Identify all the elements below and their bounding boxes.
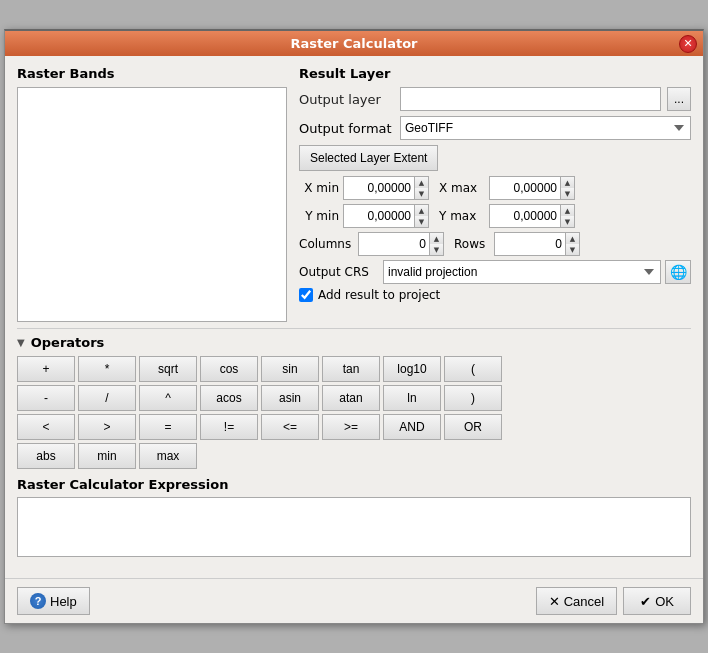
result-layer-title: Result Layer: [299, 66, 691, 81]
op-atan[interactable]: atan: [322, 385, 380, 411]
colrows-row: Columns 0 ▲ ▼ Rows 0 ▲ ▼: [299, 232, 691, 256]
op-acos[interactable]: acos: [200, 385, 258, 411]
main-window: Raster Calculator ✕ Raster Bands Result …: [4, 29, 704, 624]
rows-up[interactable]: ▲: [566, 233, 579, 244]
ymin-label: Y min: [299, 209, 339, 223]
op-plus[interactable]: +: [17, 356, 75, 382]
op-or[interactable]: OR: [444, 414, 502, 440]
rows-input[interactable]: 0: [495, 233, 565, 255]
ymax-spinbox[interactable]: 0,00000 ▲ ▼: [489, 204, 575, 228]
close-button[interactable]: ✕: [679, 35, 697, 53]
expression-textarea[interactable]: [17, 497, 691, 557]
op-sin[interactable]: sin: [261, 356, 319, 382]
op-cos[interactable]: cos: [200, 356, 258, 382]
op-abs[interactable]: abs: [17, 443, 75, 469]
op-minus[interactable]: -: [17, 385, 75, 411]
operators-section: ▼ Operators + * sqrt cos sin tan log10 (…: [17, 335, 691, 469]
op-row-4: abs min max: [17, 443, 691, 469]
browse-button[interactable]: ...: [667, 87, 691, 111]
columns-spinbox[interactable]: 0 ▲ ▼: [358, 232, 444, 256]
op-less[interactable]: <: [17, 414, 75, 440]
output-layer-input[interactable]: [400, 87, 661, 111]
ok-label: OK: [655, 594, 674, 609]
op-asin[interactable]: asin: [261, 385, 319, 411]
add-result-checkbox[interactable]: [299, 288, 313, 302]
titlebar: Raster Calculator ✕: [5, 31, 703, 56]
divider-1: [17, 328, 691, 329]
add-result-label[interactable]: Add result to project: [318, 288, 440, 302]
ymin-down[interactable]: ▼: [415, 216, 428, 227]
xmin-down[interactable]: ▼: [415, 188, 428, 199]
op-log10[interactable]: log10: [383, 356, 441, 382]
ymax-label: Y max: [439, 209, 485, 223]
output-crs-select[interactable]: invalid projection: [383, 260, 661, 284]
op-row-2: - / ^ acos asin atan ln ): [17, 385, 691, 411]
xmax-arrows: ▲ ▼: [560, 177, 574, 199]
rows-arrows: ▲ ▼: [565, 233, 579, 255]
cancel-button[interactable]: ✕ Cancel: [536, 587, 617, 615]
xmin-label: X min: [299, 181, 339, 195]
columns-up[interactable]: ▲: [430, 233, 443, 244]
xmax-down[interactable]: ▼: [561, 188, 574, 199]
xmax-spinbox[interactable]: 0,00000 ▲ ▼: [489, 176, 575, 200]
expression-title: Raster Calculator Expression: [17, 477, 691, 492]
operators-title: Operators: [31, 335, 105, 350]
top-section: Raster Bands Result Layer Output layer .…: [17, 66, 691, 322]
help-button[interactable]: ? Help: [17, 587, 90, 615]
op-power[interactable]: ^: [139, 385, 197, 411]
op-tan[interactable]: tan: [322, 356, 380, 382]
ymin-spinbox[interactable]: 0,00000 ▲ ▼: [343, 204, 429, 228]
rows-spinbox[interactable]: 0 ▲ ▼: [494, 232, 580, 256]
ymin-up[interactable]: ▲: [415, 205, 428, 216]
crs-globe-button[interactable]: 🌐: [665, 260, 691, 284]
ymax-up[interactable]: ▲: [561, 205, 574, 216]
op-greater[interactable]: >: [78, 414, 136, 440]
columns-label: Columns: [299, 237, 354, 251]
globe-icon: 🌐: [670, 264, 687, 280]
xmin-spinbox[interactable]: 0,00000 ▲ ▼: [343, 176, 429, 200]
help-label: Help: [50, 594, 77, 609]
op-sqrt[interactable]: sqrt: [139, 356, 197, 382]
op-min[interactable]: min: [78, 443, 136, 469]
columns-down[interactable]: ▼: [430, 244, 443, 255]
xmin-up[interactable]: ▲: [415, 177, 428, 188]
op-leq[interactable]: <=: [261, 414, 319, 440]
xmax-up[interactable]: ▲: [561, 177, 574, 188]
expression-section: Raster Calculator Expression: [17, 477, 691, 560]
output-format-select[interactable]: GeoTIFF: [400, 116, 691, 140]
columns-input[interactable]: 0: [359, 233, 429, 255]
raster-bands-panel: Raster Bands: [17, 66, 287, 322]
op-divide[interactable]: /: [78, 385, 136, 411]
xmin-input[interactable]: 0,00000: [344, 177, 414, 199]
columns-arrows: ▲ ▼: [429, 233, 443, 255]
op-notequal[interactable]: !=: [200, 414, 258, 440]
xmax-input[interactable]: 0,00000: [490, 177, 560, 199]
op-and[interactable]: AND: [383, 414, 441, 440]
ymin-input[interactable]: 0,00000: [344, 205, 414, 227]
main-content: Raster Bands Result Layer Output layer .…: [5, 56, 703, 578]
operators-grid: + * sqrt cos sin tan log10 ( - / ^ acos …: [17, 356, 691, 469]
raster-bands-list[interactable]: [17, 87, 287, 322]
op-close-paren[interactable]: ): [444, 385, 502, 411]
footer-right-buttons: ✕ Cancel ✔ OK: [536, 587, 691, 615]
footer: ? Help ✕ Cancel ✔ OK: [5, 578, 703, 623]
op-max[interactable]: max: [139, 443, 197, 469]
ok-button[interactable]: ✔ OK: [623, 587, 691, 615]
window-title: Raster Calculator: [290, 36, 417, 51]
ymax-input[interactable]: 0,00000: [490, 205, 560, 227]
operators-header[interactable]: ▼ Operators: [17, 335, 691, 350]
y-coords-row: Y min 0,00000 ▲ ▼ Y max 0,00000 ▲ ▼: [299, 204, 691, 228]
output-crs-row: Output CRS invalid projection 🌐: [299, 260, 691, 284]
op-open-paren[interactable]: (: [444, 356, 502, 382]
operators-collapse-icon: ▼: [17, 337, 25, 348]
op-row-3: < > = != <= >= AND OR: [17, 414, 691, 440]
xmin-arrows: ▲ ▼: [414, 177, 428, 199]
op-equal[interactable]: =: [139, 414, 197, 440]
op-multiply[interactable]: *: [78, 356, 136, 382]
xmax-label: X max: [439, 181, 485, 195]
ymax-down[interactable]: ▼: [561, 216, 574, 227]
extent-button[interactable]: Selected Layer Extent: [299, 145, 438, 171]
op-geq[interactable]: >=: [322, 414, 380, 440]
op-ln[interactable]: ln: [383, 385, 441, 411]
rows-down[interactable]: ▼: [566, 244, 579, 255]
